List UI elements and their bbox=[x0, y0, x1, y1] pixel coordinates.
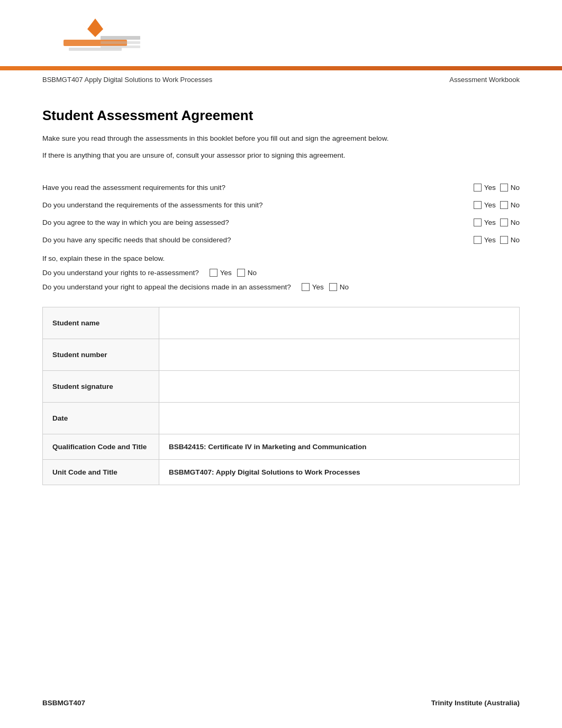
checkbox-yes-4[interactable]: Yes bbox=[474, 236, 496, 244]
question-row-4: Do you have any specific needs that shou… bbox=[42, 236, 520, 244]
value-unit: BSBMGT407: Apply Digital Solutions to Wo… bbox=[159, 459, 520, 485]
inline-checkbox-no-2[interactable]: No bbox=[329, 283, 349, 291]
checkbox-label-yes-4: Yes bbox=[484, 236, 496, 244]
value-date bbox=[159, 402, 520, 434]
checkbox-yes-3[interactable]: Yes bbox=[474, 219, 496, 226]
header-text-row: BSBMGT407 Apply Digital Solutions to Wor… bbox=[0, 70, 562, 89]
header-unit-title: BSBMGT407 Apply Digital Solutions to Wor… bbox=[42, 76, 212, 84]
table-row-qualification: Qualification Code and Title BSB42415: C… bbox=[43, 434, 520, 459]
checkbox-box-no-3[interactable] bbox=[500, 219, 508, 226]
inline-checkbox-box-no-1[interactable] bbox=[237, 269, 245, 277]
inline-checkbox-group-1: Yes No bbox=[210, 269, 257, 277]
inline-checkbox-box-yes-2[interactable] bbox=[302, 283, 310, 291]
checkbox-box-yes-4[interactable] bbox=[474, 236, 482, 244]
inline-question-row-1: Do you understand your rights to re-asse… bbox=[42, 269, 520, 277]
explain-text: If so, explain these in the space below. bbox=[42, 254, 520, 262]
inline-checkbox-box-no-2[interactable] bbox=[329, 283, 337, 291]
checkbox-label-yes-1: Yes bbox=[484, 184, 496, 192]
explain-section: If so, explain these in the space below.… bbox=[42, 254, 520, 291]
inline-question-text-2: Do you understand your right to appeal t… bbox=[42, 283, 291, 291]
checkbox-yes-1[interactable]: Yes bbox=[474, 184, 496, 192]
svg-rect-5 bbox=[101, 46, 140, 48]
svg-marker-0 bbox=[82, 19, 108, 37]
checkbox-no-2[interactable]: No bbox=[500, 201, 520, 209]
footer-left: BSBMGT407 bbox=[42, 699, 85, 707]
page: BSBMGT407 Apply Digital Solutions to Wor… bbox=[0, 0, 562, 728]
svg-rect-4 bbox=[101, 41, 140, 44]
inline-checkbox-label-no-1: No bbox=[248, 269, 257, 277]
logo-icon bbox=[42, 16, 148, 63]
inline-checkbox-yes-2[interactable]: Yes bbox=[302, 283, 324, 291]
table-row-student-signature: Student signature bbox=[43, 370, 520, 402]
inline-question-text-1: Do you understand your rights to re-asse… bbox=[42, 269, 199, 277]
checkbox-no-1[interactable]: No bbox=[500, 184, 520, 192]
value-qualification: BSB42415: Certificate IV in Marketing an… bbox=[159, 434, 520, 459]
intro-line1: Make sure you read through the assessmen… bbox=[42, 133, 520, 144]
inline-question-row-2: Do you understand your right to appeal t… bbox=[42, 283, 520, 291]
inline-checkbox-no-1[interactable]: No bbox=[237, 269, 257, 277]
header-area bbox=[0, 0, 562, 63]
checkbox-group-4: Yes No bbox=[451, 236, 520, 244]
questions-section: Have you read the assessment requirement… bbox=[42, 184, 520, 244]
value-student-name bbox=[159, 307, 520, 339]
table-row-unit: Unit Code and Title BSBMGT407: Apply Dig… bbox=[43, 459, 520, 485]
checkbox-box-yes-3[interactable] bbox=[474, 219, 482, 226]
checkbox-box-yes-1[interactable] bbox=[474, 184, 482, 192]
checkbox-box-no-4[interactable] bbox=[500, 236, 508, 244]
checkbox-group-2: Yes No bbox=[451, 201, 520, 209]
intro-line2: If there is anything that you are unsure… bbox=[42, 150, 520, 161]
value-student-signature bbox=[159, 370, 520, 402]
question-text-3: Do you agree to the way in which you are… bbox=[42, 219, 451, 226]
table-row-student-name: Student name bbox=[43, 307, 520, 339]
checkbox-box-no-1[interactable] bbox=[500, 184, 508, 192]
checkbox-yes-2[interactable]: Yes bbox=[474, 201, 496, 209]
label-student-number: Student number bbox=[43, 339, 159, 370]
checkbox-no-4[interactable]: No bbox=[500, 236, 520, 244]
checkbox-box-no-2[interactable] bbox=[500, 201, 508, 209]
table-row-student-number: Student number bbox=[43, 339, 520, 370]
header-workbook-type: Assessment Workbook bbox=[449, 76, 520, 84]
checkbox-label-no-2: No bbox=[511, 201, 520, 209]
checkbox-no-3[interactable]: No bbox=[500, 219, 520, 226]
page-title: Student Assessment Agreement bbox=[42, 107, 520, 124]
label-student-name: Student name bbox=[43, 307, 159, 339]
svg-rect-3 bbox=[101, 36, 140, 40]
label-unit: Unit Code and Title bbox=[43, 459, 159, 485]
question-row-2: Do you understand the requirements of th… bbox=[42, 201, 520, 209]
inline-checkbox-label-yes-2: Yes bbox=[312, 283, 324, 291]
question-text-4: Do you have any specific needs that shou… bbox=[42, 236, 451, 244]
checkbox-label-yes-2: Yes bbox=[484, 201, 496, 209]
logo-container bbox=[42, 16, 520, 63]
checkbox-label-no-4: No bbox=[511, 236, 520, 244]
checkbox-group-3: Yes No bbox=[451, 219, 520, 226]
inline-checkbox-label-yes-1: Yes bbox=[220, 269, 232, 277]
question-row-3: Do you agree to the way in which you are… bbox=[42, 219, 520, 226]
question-text-2: Do you understand the requirements of th… bbox=[42, 201, 451, 209]
checkbox-label-yes-3: Yes bbox=[484, 219, 496, 226]
label-student-signature: Student signature bbox=[43, 370, 159, 402]
label-qualification: Qualification Code and Title bbox=[43, 434, 159, 459]
inline-checkbox-yes-1[interactable]: Yes bbox=[210, 269, 232, 277]
main-content: Student Assessment Agreement Make sure y… bbox=[0, 89, 562, 506]
info-table: Student name Student number Student sign… bbox=[42, 307, 520, 485]
footer-area: BSBMGT407 Trinity Institute (Australia) bbox=[0, 683, 562, 717]
question-row-1: Have you read the assessment requirement… bbox=[42, 184, 520, 192]
header-bar bbox=[0, 66, 562, 70]
label-date: Date bbox=[43, 402, 159, 434]
checkbox-label-no-3: No bbox=[511, 219, 520, 226]
checkbox-group-1: Yes No bbox=[451, 184, 520, 192]
footer-center: Trinity Institute (Australia) bbox=[431, 699, 520, 707]
inline-checkbox-box-yes-1[interactable] bbox=[210, 269, 217, 277]
question-text-1: Have you read the assessment requirement… bbox=[42, 184, 451, 192]
table-row-date: Date bbox=[43, 402, 520, 434]
inline-checkbox-group-2: Yes No bbox=[302, 283, 349, 291]
checkbox-label-no-1: No bbox=[511, 184, 520, 192]
inline-checkbox-label-no-2: No bbox=[340, 283, 349, 291]
value-student-number bbox=[159, 339, 520, 370]
checkbox-box-yes-2[interactable] bbox=[474, 201, 482, 209]
